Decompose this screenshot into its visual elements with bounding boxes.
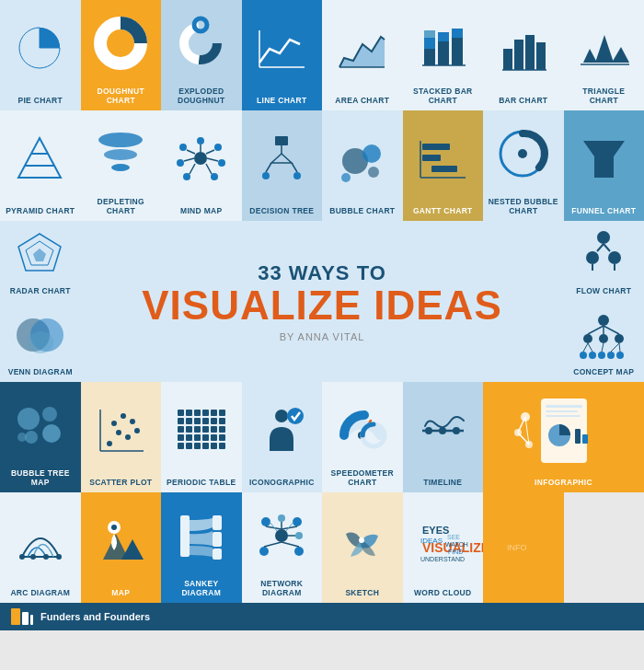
svg-point-72 [586,251,599,264]
row4-spacer: INFO [483,492,564,603]
stacked-bar-card[interactable]: STACKED BAR CHART [403,0,484,110]
exploded-doughnut-card[interactable]: EXPLODED DOUGHNUT [161,0,242,110]
svg-line-41 [190,164,195,174]
wordcloud-icon-area: EYES IDEAS VISUALIZE UNDERSTAND SEE WATC… [418,498,468,584]
svg-point-96 [42,407,57,422]
pyramid-chart-card[interactable]: PYRAMID CHART [0,110,81,221]
depleting-chart-card[interactable]: DEPLETING CHART [81,110,162,221]
svg-line-75 [604,244,610,251]
svg-rect-126 [219,426,225,433]
svg-rect-136 [202,443,209,449]
wordcloud-card[interactable]: EYES IDEAS VISUALIZE UNDERSTAND SEE WATC… [403,492,484,603]
triangle-chart-card[interactable]: TRIANGLE CHART [564,0,645,110]
doughnut-chart-card[interactable]: DOUGHNUT CHART [81,0,162,110]
nested-bubble-card[interactable]: NESTED BUBBLE CHART [483,110,564,221]
svg-text:WATCH: WATCH [445,541,468,548]
svg-rect-112 [202,410,209,416]
gantt-icon-area [418,116,468,202]
svg-rect-11 [438,41,449,65]
sketch-card[interactable]: SKETCH [322,492,403,603]
mind-map-card[interactable]: MIND MAP [161,110,242,221]
funnel-chart-card[interactable]: FUNNEL CHART [564,110,645,221]
mind-map-label: MIND MAP [180,206,222,215]
bubble-chart-icon [337,133,387,184]
svg-point-165 [56,554,62,560]
arc-diagram-card[interactable]: ARC DIAGRAM [0,492,81,603]
svg-point-101 [116,430,121,435]
svg-rect-131 [211,434,217,441]
bar-chart-card[interactable]: BAR CHART [483,0,564,110]
timeline-card[interactable]: TIMELINE [403,382,484,492]
svg-rect-118 [202,418,209,424]
svg-rect-119 [211,418,217,424]
concept-map-label: CONCEPT MAP [573,367,634,376]
svg-point-55 [368,167,379,178]
svg-rect-154 [582,434,588,444]
arc-diagram-label: ARC DIAGRAM [10,588,70,597]
iconographic-icon [257,405,307,456]
svg-point-31 [194,152,207,165]
svg-rect-200 [30,615,33,625]
pyramid-chart-label: PYRAMID CHART [6,206,75,215]
svg-point-51 [262,172,270,179]
svg-rect-128 [186,434,192,441]
bubble-chart-card[interactable]: BUBBLE CHART [322,110,403,221]
network-card[interactable]: NETWORK DIAGRAM [242,492,323,603]
svg-rect-133 [178,443,184,449]
area-chart-card[interactable]: AREA CHART [322,0,403,110]
svg-point-139 [275,410,288,422]
map-card[interactable]: MAP [81,492,162,603]
decision-tree-icon-area [257,116,307,202]
svg-rect-116 [186,418,192,424]
map-label: MAP [111,588,130,597]
timeline-icon [418,408,468,454]
sketch-label: SKETCH [345,588,379,597]
svg-rect-13 [452,38,463,65]
bar-chart-label: BAR CHART [499,96,547,105]
svg-rect-46 [275,136,288,145]
infographic-card[interactable]: INFOGRAPHIC [483,382,644,492]
svg-marker-64 [583,141,625,178]
pie-chart-card[interactable]: PIE CHART [0,0,81,110]
depleting-icon-area [96,116,146,193]
svg-text:UNDERSTAND: UNDERSTAND [420,556,465,562]
svg-rect-8 [424,49,435,65]
gantt-chart-card[interactable]: GANTT CHART [403,110,484,221]
decision-tree-card[interactable]: DECISION TREE [242,110,323,221]
infographic-icon [509,394,619,468]
svg-rect-121 [178,426,184,433]
bar-icon [500,26,546,72]
stacked-bar-label: STACKED BAR CHART [407,87,480,105]
radar-chart-card[interactable]: RADAR CHART [0,221,81,301]
row-4: ARC DIAGRAM MAP [0,492,644,603]
exploded-doughnut-label: EXPLODED DOUGHNUT [165,87,238,105]
sankey-label: SANKEY DIAGRAM [165,579,238,597]
svg-rect-171 [213,515,222,530]
flow-chart-card[interactable]: FLOW CHART [564,221,645,301]
concept-map-card[interactable]: CONCEPT MAP [564,301,645,382]
svg-point-52 [293,172,301,179]
svg-point-169 [111,525,117,530]
sankey-card[interactable]: SANKEY DIAGRAM [161,492,242,603]
svg-rect-12 [438,32,449,41]
speedometer-card[interactable]: SPEEDOMETER CHART [322,382,403,492]
svg-rect-18 [525,35,535,70]
svg-rect-170 [180,515,190,557]
scatter-plot-card[interactable]: SCATTER PLOT [81,382,162,492]
decision-tree-label: DECISION TREE [249,206,314,215]
line-chart-card[interactable]: LINE CHART [242,0,323,110]
periodic-table-card[interactable]: PERIODIC TABLE [161,382,242,492]
venn-diagram-card[interactable]: VENN DIAGRAM [0,301,81,382]
svg-rect-115 [178,418,184,424]
svg-point-80 [599,334,608,343]
svg-point-54 [362,144,381,163]
svg-marker-67 [33,248,46,261]
bubble-tree-card[interactable]: BUBBLE TREE MAP [0,382,81,492]
row-1: PIE CHART DOUGHNUT CHART [0,0,644,110]
svg-rect-122 [186,426,192,433]
svg-rect-124 [202,426,209,433]
sankey-icon [176,511,226,561]
stacked-bar-icon-area [420,6,466,83]
iconographic-card[interactable]: ICONOGRAPHIC [242,382,323,492]
exploded-doughnut-icon-area [176,6,226,83]
